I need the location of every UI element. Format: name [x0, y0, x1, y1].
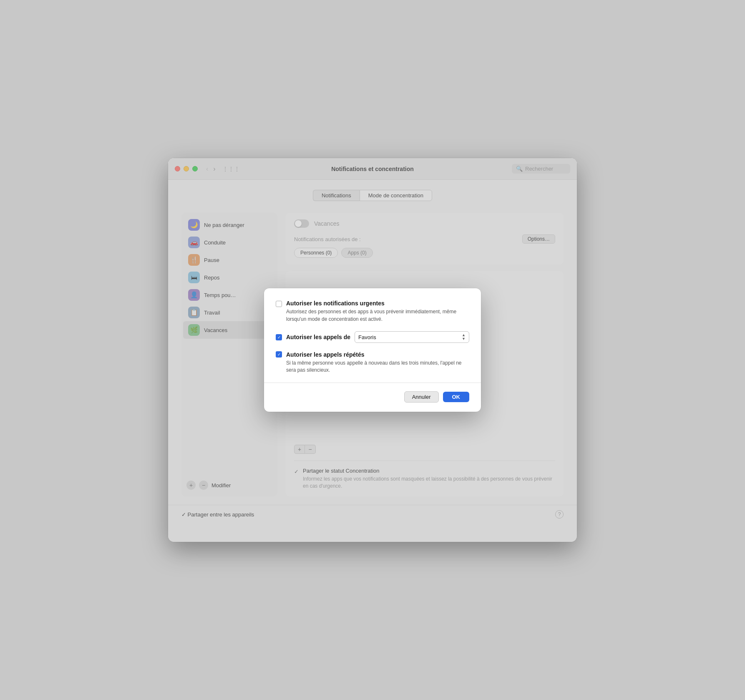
- ok-button[interactable]: OK: [443, 392, 470, 402]
- calls-row: ✓ Autoriser les appels de Favoris ▲ ▼: [276, 331, 469, 343]
- urgent-title: Autoriser les notifications urgentes: [286, 300, 469, 307]
- repeated-text-block: Autoriser les appels répétés Si la même …: [286, 351, 469, 374]
- repeated-title: Autoriser les appels répétés: [286, 351, 469, 358]
- dialog-actions: Annuler OK: [276, 391, 469, 403]
- select-arrows-icon: ▲ ▼: [462, 333, 466, 341]
- repeated-desc: Si la même personne vous appelle à nouve…: [286, 360, 469, 374]
- dialog-divider: [264, 383, 481, 383]
- main-window: ‹ › ⋮⋮⋮ Notifications et concentration 🔍…: [168, 158, 577, 542]
- options-dialog: Autoriser les notifications urgentes Aut…: [264, 288, 481, 412]
- repeated-row: ✓ Autoriser les appels répétés Si la mêm…: [276, 351, 469, 374]
- urgent-text-block: Autoriser les notifications urgentes Aut…: [286, 300, 469, 323]
- repeated-checkbox[interactable]: ✓: [276, 351, 282, 358]
- calls-select[interactable]: Favoris ▲ ▼: [355, 331, 469, 343]
- calls-checkbox[interactable]: ✓: [276, 334, 282, 340]
- urgent-checkbox[interactable]: [276, 301, 282, 307]
- calls-label: Autoriser les appels de: [286, 334, 350, 340]
- urgent-desc: Autorisez des personnes et des apps à vo…: [286, 308, 469, 323]
- modal-overlay: Autoriser les notifications urgentes Aut…: [168, 158, 577, 542]
- cancel-button[interactable]: Annuler: [404, 391, 439, 403]
- urgent-row: Autoriser les notifications urgentes Aut…: [276, 300, 469, 323]
- calls-select-value: Favoris: [358, 334, 376, 340]
